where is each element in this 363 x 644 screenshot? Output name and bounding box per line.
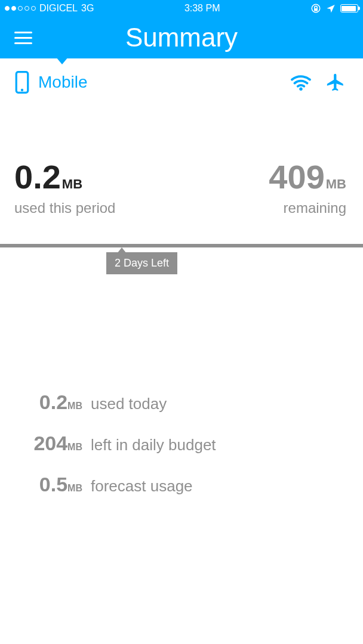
stat-used-today: 0.2MB used today: [17, 391, 346, 414]
stat-forecast: 0.5MB forecast usage: [17, 473, 346, 496]
page-title: Summary: [0, 23, 363, 52]
stat-budget-label: left in daily budget: [91, 436, 216, 454]
stat-forecast-label: forecast usage: [91, 477, 193, 496]
stat-daily-budget: 204MB left in daily budget: [17, 432, 346, 455]
wifi-icon[interactable]: [290, 74, 312, 91]
carrier-label: DIGICEL: [39, 3, 78, 14]
days-left-badge: 2 Days Left: [106, 252, 177, 274]
tab-pointer-icon: [56, 57, 68, 64]
tab-bar: Mobile: [0, 58, 363, 104]
battery-icon: [340, 4, 358, 13]
svg-point-3: [21, 89, 23, 91]
stat-forecast-value: 0.5: [39, 473, 67, 496]
used-label: used this period: [14, 200, 115, 216]
usage-summary: 0.2MB used this period 409MB remaining: [0, 104, 363, 227]
status-right: [310, 3, 358, 14]
svg-rect-1: [314, 8, 318, 11]
status-left: DIGICEL 3G: [5, 3, 94, 14]
location-icon: [326, 4, 336, 13]
remaining-label: remaining: [269, 200, 346, 216]
phone-icon: [14, 70, 30, 94]
signal-dots-icon: [5, 6, 36, 11]
network-label: 3G: [81, 3, 94, 14]
svg-point-4: [299, 88, 302, 91]
tab-mobile[interactable]: Mobile: [14, 70, 87, 94]
remaining-value: 409: [269, 158, 324, 196]
stat-today-unit: MB: [67, 401, 82, 411]
period-bar: 2 Days Left: [0, 244, 363, 247]
progress-track: [0, 244, 363, 247]
clock-label: 3:38 PM: [184, 3, 220, 14]
remaining-unit: MB: [326, 177, 346, 191]
orientation-lock-icon: [310, 3, 321, 14]
used-unit: MB: [62, 177, 82, 191]
stat-budget-unit: MB: [67, 442, 82, 452]
daily-stats: 0.2MB used today 204MB left in daily bud…: [0, 247, 363, 496]
stat-today-value: 0.2: [39, 391, 67, 413]
airplane-icon[interactable]: [325, 72, 346, 92]
used-value: 0.2: [14, 158, 61, 196]
stat-forecast-unit: MB: [67, 483, 82, 493]
stat-budget-value: 204: [33, 432, 67, 454]
tab-mobile-label: Mobile: [38, 73, 87, 92]
stat-today-label: used today: [91, 395, 167, 413]
menu-button[interactable]: [14, 32, 32, 44]
remaining-block: 409MB remaining: [269, 157, 346, 216]
used-block: 0.2MB used this period: [14, 157, 115, 216]
status-bar: DIGICEL 3G 3:38 PM: [0, 0, 363, 17]
app-header: Summary: [0, 17, 363, 58]
